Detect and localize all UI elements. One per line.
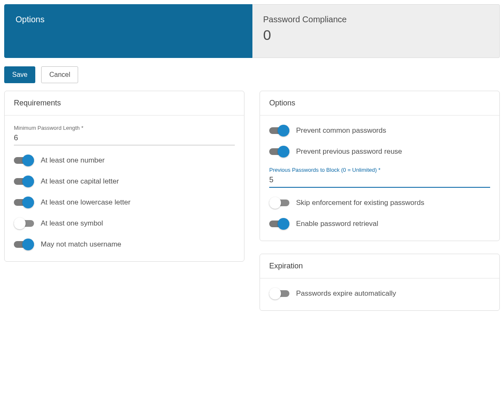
min-length-input[interactable] xyxy=(14,132,235,145)
tab-options-title: Options xyxy=(16,15,241,24)
expiration-title: Expiration xyxy=(260,254,499,278)
toggle-common-label: Prevent common passwords xyxy=(296,126,386,135)
prev-block-field: Previous Passwords to Block (0 = Unlimit… xyxy=(269,167,490,188)
min-length-field: Minimum Password Length * xyxy=(14,125,235,145)
toggle-not-username[interactable] xyxy=(14,239,34,250)
toggle-skip-label: Skip enforcement for existing passwords xyxy=(296,199,424,207)
toggle-number-label: At least one number xyxy=(41,156,105,165)
tab-bar: Options Password Compliance 0 xyxy=(4,4,500,58)
options-card: Options Prevent common passwords Prevent… xyxy=(260,91,500,241)
tab-compliance-title: Password Compliance xyxy=(263,15,489,24)
toggle-row-capital: At least one capital letter xyxy=(14,176,235,187)
requirements-title: Requirements xyxy=(5,91,244,116)
toggle-number[interactable] xyxy=(14,155,34,166)
toggle-symbol-label: At least one symbol xyxy=(41,219,103,228)
tab-password-compliance[interactable]: Password Compliance 0 xyxy=(252,4,500,58)
toggle-symbol[interactable] xyxy=(14,218,34,229)
save-button[interactable]: Save xyxy=(4,66,35,83)
toggle-row-lowercase: At least one lowercase letter xyxy=(14,197,235,208)
prev-block-input[interactable] xyxy=(269,174,490,188)
toggle-row-not-username: May not match username xyxy=(14,239,235,250)
toggle-lowercase-label: At least one lowercase letter xyxy=(41,198,131,207)
min-length-label: Minimum Password Length * xyxy=(14,125,235,131)
toggle-row-number: At least one number xyxy=(14,155,235,166)
toggle-skip[interactable] xyxy=(269,197,289,209)
toggle-row-skip: Skip enforcement for existing passwords xyxy=(269,197,490,209)
toggle-lowercase[interactable] xyxy=(14,197,34,208)
cancel-button[interactable]: Cancel xyxy=(41,66,78,83)
prev-block-label: Previous Passwords to Block (0 = Unlimit… xyxy=(269,167,490,173)
toggle-capital[interactable] xyxy=(14,176,34,187)
toggle-expire-auto[interactable] xyxy=(269,288,289,299)
toggle-row-symbol: At least one symbol xyxy=(14,218,235,229)
toggle-row-expire-auto: Passwords expire automatically xyxy=(269,288,490,299)
toggle-reuse-label: Prevent previous password reuse xyxy=(296,147,402,156)
toggle-expire-auto-label: Passwords expire automatically xyxy=(296,289,396,298)
toggle-retrieve[interactable] xyxy=(269,218,289,230)
action-bar: Save Cancel xyxy=(4,66,500,83)
toggle-retrieve-label: Enable password retrieval xyxy=(296,220,378,228)
requirements-card: Requirements Minimum Password Length * A… xyxy=(4,91,244,262)
expiration-card: Expiration Passwords expire automaticall… xyxy=(260,254,500,311)
toggle-row-reuse: Prevent previous password reuse xyxy=(269,146,490,158)
toggle-reuse[interactable] xyxy=(269,146,289,158)
tab-options[interactable]: Options xyxy=(4,4,252,58)
tab-compliance-count: 0 xyxy=(263,27,489,43)
options-title: Options xyxy=(260,91,499,116)
toggle-row-common: Prevent common passwords xyxy=(269,125,490,136)
toggle-not-username-label: May not match username xyxy=(41,240,121,249)
toggle-row-retrieve: Enable password retrieval xyxy=(269,218,490,230)
toggle-capital-label: At least one capital letter xyxy=(41,177,119,186)
toggle-common[interactable] xyxy=(269,125,289,136)
